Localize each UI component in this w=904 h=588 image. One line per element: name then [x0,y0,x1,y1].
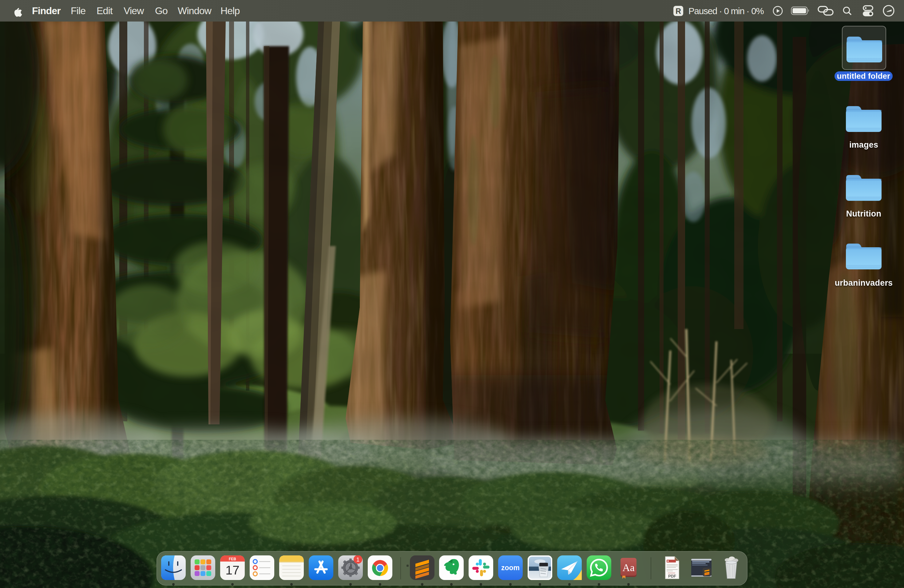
svg-text:FEB: FEB [229,557,236,561]
svg-text:17: 17 [225,563,240,577]
svg-text:Aa: Aa [622,562,635,573]
svg-text:1: 1 [356,556,360,563]
svg-text:PDF: PDF [668,574,676,579]
svg-text:zoom: zoom [501,564,520,572]
